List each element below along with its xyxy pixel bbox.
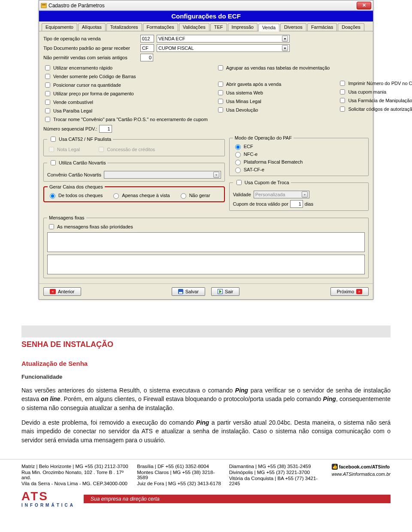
titlebar: Cadastro de Parâmetros ✕ (39, 0, 373, 11)
tab-venda[interactable]: Venda (258, 24, 279, 31)
tipo-doc-label: Tipo Documento padrão ao gerar receber (43, 46, 138, 51)
chk-cat52[interactable] (51, 137, 56, 142)
chk-label: Utilizar encerramento rápido (53, 65, 112, 70)
paf-group: Modo de Operação do PAF ECF NFC-e Plataf… (229, 135, 369, 176)
radio-ecf[interactable] (235, 144, 241, 150)
radio-bematech[interactable] (235, 160, 241, 165)
logo-top: ATS (21, 490, 75, 502)
chk-farmacia-manipulacao[interactable] (340, 98, 345, 103)
footer-line: Matriz | Belo Horizonte | MG +55 (31) 21… (21, 464, 130, 469)
btn-label: Sair (225, 289, 233, 294)
tipo-operacao-value: VENDA ECF (158, 36, 185, 41)
chk-devolucao[interactable] (218, 107, 223, 112)
seq-pdv-input[interactable] (99, 125, 112, 133)
radio-cheque-vista[interactable] (113, 193, 119, 199)
text: Nas versões anteriores do sistema Result… (21, 387, 235, 394)
radio-nao-gerar[interactable] (181, 193, 186, 199)
proximo-button[interactable]: Próximo» (330, 287, 369, 296)
chk-label: Usa sistema Web (226, 90, 263, 95)
chevron-down-icon: ▾ (282, 36, 288, 42)
tipo-doc-value: CUPOM FISCAL (158, 46, 194, 51)
tipo-operacao-combo[interactable]: VENDA ECF ▾ (157, 35, 290, 43)
tab-farmacias[interactable]: Farmácias (307, 23, 337, 31)
chk-agrupar-vendas[interactable] (218, 65, 223, 70)
chk-label: Nota Legal (57, 147, 80, 152)
text: www.ATSinformatica.com.br (332, 471, 391, 477)
tab-totalizadores[interactable]: Totalizadores (106, 23, 142, 31)
radio-satcfe[interactable] (235, 167, 241, 173)
chk-minas-legal[interactable] (218, 99, 223, 104)
radio-label: Apenas cheque à vista (122, 193, 170, 198)
chk-autorizacao-cartao[interactable] (340, 106, 345, 112)
footer-col-1: Matriz | Belo Horizonte | MG +55 (31) 21… (21, 464, 130, 486)
combo-value: Personalizada (255, 192, 285, 197)
anterior-button[interactable]: «Anterior (43, 287, 81, 296)
prev-icon: « (50, 289, 56, 294)
chk-numero-pdv-cupom[interactable] (340, 81, 345, 86)
chk-sistema-web[interactable] (218, 90, 223, 95)
chk-paraiba-legal[interactable] (45, 108, 50, 113)
tipo-doc-combo[interactable]: CUPOM FISCAL ▾ (157, 44, 290, 52)
nao-permitir-input[interactable] (140, 54, 153, 61)
chk-label: Usa Paraíba Legal (53, 108, 92, 113)
tab-aliquotas[interactable]: Alíquotas (78, 23, 106, 31)
chk-trocar-convenio[interactable] (45, 117, 50, 122)
chk-label: Solicitar códigos de autorização de vend… (348, 106, 412, 112)
tab-validacoes[interactable]: Validações (179, 23, 209, 31)
chk-label: Usa CAT52 / NF Paulista (59, 137, 111, 142)
paragraph-1: Nas versões anteriores do sistema Result… (21, 386, 391, 412)
radio-nfce[interactable] (235, 152, 241, 158)
facebook-link[interactable]: 👍facebook.com/ATSinfo (332, 464, 390, 470)
chk-cupom-mania[interactable] (340, 89, 345, 94)
tab-impressao[interactable]: Impressão (228, 23, 258, 31)
sair-button[interactable]: Sair (211, 287, 240, 296)
tab-formatacoes[interactable]: Formatações (143, 23, 178, 31)
footer-col-3: Diamantina | MG +55 (38) 3531-2459 Divin… (229, 464, 325, 486)
chk-cursor-quantidade[interactable] (45, 82, 50, 88)
chk-cupom-troca[interactable] (236, 180, 242, 185)
text-bold: Ping (235, 387, 248, 394)
mensagens-group: Mensagens fixas As mensagens fixas são p… (43, 215, 369, 278)
chk-label: Utilizar preço por forma de pagamento (53, 91, 134, 96)
valido-por-input[interactable] (290, 200, 303, 208)
window-title: Cadastro de Parâmetros (48, 3, 355, 9)
dias-label: dias (305, 201, 313, 207)
mensagens-text-1[interactable] (47, 232, 365, 252)
chk-codigo-barras[interactable] (45, 74, 50, 79)
text-bold: Ping (196, 419, 209, 426)
tipo-doc-code[interactable] (140, 44, 154, 52)
tipo-operacao-code[interactable] (140, 35, 154, 43)
chk-label: Usa Devolução (226, 107, 258, 112)
chk-concessao (99, 147, 104, 152)
close-button[interactable]: ✕ (357, 2, 371, 9)
footer-buttons: «Anterior Salvar Sair Próximo» (39, 283, 373, 299)
chk-label: Imprimir Número do PDV no Cupom (348, 81, 412, 86)
chk-combustivel[interactable] (45, 100, 50, 105)
text: Devido a este problema, foi removido a e… (21, 419, 196, 426)
salvar-button[interactable]: Salvar (172, 287, 205, 296)
novartis-group: Utiliza Cartão Novartis Convênio Cartão … (43, 159, 225, 182)
chk-preco-pagamento[interactable] (45, 91, 50, 96)
chk-msg-prioridade[interactable] (49, 224, 54, 229)
seq-pdv-label: Número sequencial PDV.: (43, 126, 97, 131)
radio-label: Plataforma Fiscal Bematech (244, 159, 303, 164)
tab-equipamento[interactable]: Equipamento (42, 23, 77, 31)
chk-label: Trocar nome "Convênio" para "Cartão P.O.… (53, 117, 208, 122)
tab-doacoes[interactable]: Doações (338, 23, 364, 31)
tab-tef[interactable]: TEF (210, 23, 227, 31)
footer-line: Rua Min. Orozimbo Nonato, 102 . Torre B … (21, 470, 130, 480)
radio-todos-cheques[interactable] (50, 193, 55, 199)
tab-diversos[interactable]: Diversos (280, 23, 306, 31)
chk-abrir-gaveta[interactable] (218, 82, 223, 87)
chk-novartis[interactable] (51, 160, 56, 165)
mensagens-text-2[interactable] (47, 255, 365, 274)
chk-label: Agrupar as vendas nas tabelas de movimen… (226, 65, 330, 70)
footer-line: Divinópolis | MG +55 (37) 3221-3700 (229, 470, 325, 475)
novartis-label: Convênio Cartão Novartis (47, 172, 101, 177)
website-link[interactable]: www.ATSinformatica.com.br (332, 471, 391, 477)
chk-label: Concessão de créditos (107, 147, 155, 152)
grey-divider (21, 325, 391, 337)
chk-encerramento-rapido[interactable] (45, 65, 50, 70)
radio-label: Não gerar (189, 193, 210, 198)
section-heading: SENHA DE INSTALAÇÃO (21, 340, 391, 350)
